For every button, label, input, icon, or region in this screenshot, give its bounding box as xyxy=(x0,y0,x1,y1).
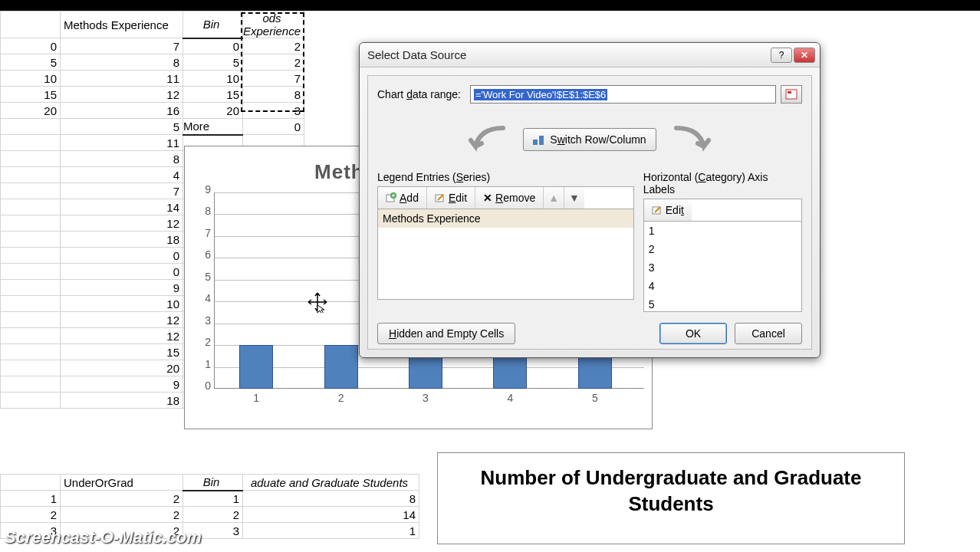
cell[interactable]: 8 xyxy=(61,151,183,167)
cell[interactable] xyxy=(1,296,61,312)
cell[interactable]: 12 xyxy=(61,328,183,344)
svg-rect-2 xyxy=(533,140,538,145)
svg-rect-1 xyxy=(788,91,791,94)
header[interactable]: Bin xyxy=(183,475,243,491)
list-item[interactable]: 4 xyxy=(644,277,801,295)
cell[interactable]: 3 xyxy=(243,103,304,119)
cell[interactable]: More xyxy=(183,119,243,135)
series-listbox[interactable]: Methods Experience xyxy=(377,209,634,300)
cell[interactable]: 14 xyxy=(61,199,183,215)
list-item[interactable]: 5 xyxy=(644,295,801,312)
cell[interactable] xyxy=(1,135,61,151)
cell[interactable]: 10 xyxy=(61,296,183,312)
remove-series-button[interactable]: ✕ Remove xyxy=(475,187,544,209)
header[interactable]: Bin xyxy=(183,12,243,38)
cell[interactable] xyxy=(1,312,61,328)
cell[interactable] xyxy=(1,344,61,360)
cell[interactable]: 5 xyxy=(1,54,61,71)
cell[interactable] xyxy=(1,376,61,393)
cell[interactable] xyxy=(1,264,61,280)
cell[interactable]: 1 xyxy=(183,491,243,507)
cell[interactable] xyxy=(1,215,61,232)
close-button[interactable]: ✕ xyxy=(794,48,815,63)
cell[interactable]: 12 xyxy=(61,215,183,232)
cell[interactable]: 1 xyxy=(1,491,61,507)
list-item[interactable]: 1 xyxy=(644,222,801,240)
cell[interactable]: 2 xyxy=(243,38,304,54)
cell[interactable]: 2 xyxy=(243,54,304,71)
header[interactable]: ods Experience xyxy=(243,12,304,38)
cell[interactable]: 11 xyxy=(61,135,183,151)
header[interactable]: UnderOrGrad xyxy=(61,475,183,491)
cell[interactable]: 8 xyxy=(243,87,304,103)
cell[interactable] xyxy=(1,151,61,167)
cell[interactable]: 7 xyxy=(243,71,304,87)
cell[interactable]: 0 xyxy=(243,119,304,135)
cell[interactable] xyxy=(1,360,61,376)
cell[interactable]: 8 xyxy=(61,54,183,71)
cell[interactable]: 7 xyxy=(61,183,183,199)
titlebar[interactable]: Select Data Source ? ✕ xyxy=(360,43,820,67)
chart-undergrad-grad[interactable]: Number of Undergraduate and Graduate Stu… xyxy=(437,452,905,544)
switch-row-column-button[interactable]: Switch Row/Column xyxy=(523,128,656,151)
cell[interactable]: 11 xyxy=(61,71,183,87)
list-item[interactable]: Methods Experience xyxy=(378,209,633,228)
cell[interactable]: 5 xyxy=(61,119,183,135)
cell[interactable]: 2 xyxy=(1,507,61,523)
header[interactable]: aduate and Graduate Students xyxy=(243,475,419,491)
cell[interactable] xyxy=(1,12,61,38)
cell[interactable]: 9 xyxy=(61,376,183,393)
list-item[interactable]: 2 xyxy=(644,240,801,258)
cell[interactable]: 1 xyxy=(243,523,419,539)
cell[interactable]: 0 xyxy=(183,38,243,54)
cell[interactable]: 5 xyxy=(183,54,243,71)
help-button[interactable]: ? xyxy=(771,48,792,63)
cell[interactable]: 18 xyxy=(61,393,183,409)
cell[interactable]: 10 xyxy=(1,71,61,87)
cell[interactable] xyxy=(1,393,61,409)
cell[interactable]: 2 xyxy=(183,507,243,523)
edit-series-button[interactable]: Edit xyxy=(427,187,475,209)
cell[interactable] xyxy=(1,199,61,215)
cell[interactable]: 2 xyxy=(61,507,183,523)
cell[interactable]: 4 xyxy=(61,167,183,183)
cell[interactable] xyxy=(1,248,61,264)
cell[interactable]: 20 xyxy=(1,103,61,119)
cell[interactable]: 10 xyxy=(183,71,243,87)
cell[interactable]: 9 xyxy=(61,280,183,296)
cell[interactable]: 12 xyxy=(61,312,183,328)
cell[interactable]: 12 xyxy=(61,87,183,103)
cell[interactable]: 20 xyxy=(183,103,243,119)
edit-axis-button[interactable]: Edit xyxy=(644,199,692,221)
cell[interactable]: 0 xyxy=(61,248,183,264)
cell[interactable] xyxy=(1,183,61,199)
cell[interactable] xyxy=(1,232,61,248)
cell[interactable] xyxy=(1,328,61,344)
cell[interactable]: 18 xyxy=(61,232,183,248)
cell[interactable]: 15 xyxy=(183,87,243,103)
cell[interactable]: 20 xyxy=(61,360,183,376)
cell[interactable]: 0 xyxy=(61,264,183,280)
axis-listbox[interactable]: 12345 xyxy=(643,222,802,312)
header[interactable]: Methods Experience xyxy=(61,12,183,38)
cell[interactable]: 7 xyxy=(61,38,183,54)
cell[interactable] xyxy=(1,280,61,296)
cell[interactable]: 2 xyxy=(61,491,183,507)
list-item[interactable]: 3 xyxy=(644,258,801,277)
cell[interactable]: 16 xyxy=(61,103,183,119)
cell[interactable] xyxy=(1,119,61,135)
cancel-button[interactable]: Cancel xyxy=(735,323,802,344)
cell[interactable]: 0 xyxy=(1,38,61,54)
range-selector-button[interactable] xyxy=(781,85,802,104)
ok-button[interactable]: OK xyxy=(659,323,727,344)
chart-data-range-input[interactable]: ='Work For Video'!$E$1:$E$6 xyxy=(470,85,776,104)
add-series-button[interactable]: Add xyxy=(378,187,427,209)
cell[interactable]: 15 xyxy=(61,344,183,360)
cell[interactable]: 15 xyxy=(1,87,61,103)
move-down-button[interactable]: ▼ xyxy=(564,187,584,209)
cell[interactable] xyxy=(1,167,61,183)
hidden-empty-cells-button[interactable]: Hidden and Empty Cells xyxy=(377,323,515,344)
cell[interactable]: 8 xyxy=(243,491,419,507)
cell[interactable]: 14 xyxy=(243,507,419,523)
move-up-button[interactable]: ▲ xyxy=(544,187,564,209)
